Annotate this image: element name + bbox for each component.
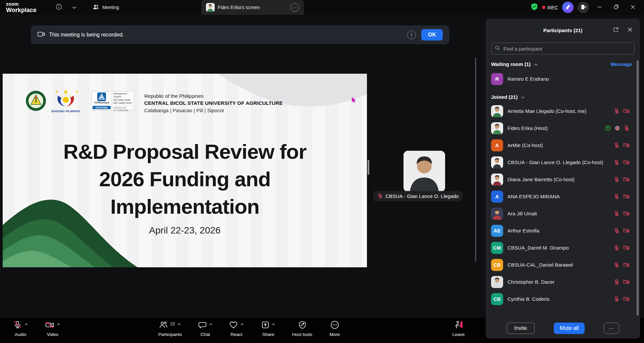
minimize-icon (597, 5, 602, 10)
participant-avatar: A (491, 191, 503, 203)
waiting-room-header[interactable]: Waiting room (1) Message (491, 61, 635, 67)
close-icon (631, 5, 635, 10)
search-input[interactable] (503, 46, 631, 52)
more-button[interactable]: More (322, 318, 347, 343)
chat-options-chevron[interactable] (209, 322, 213, 327)
video-off-icon (623, 210, 630, 217)
participant-avatar (491, 122, 503, 134)
minimize-button[interactable] (593, 2, 606, 13)
mic-off-icon (613, 176, 620, 183)
participant-row[interactable]: Ara Jill Umali (486, 205, 640, 222)
shield-icon (299, 321, 306, 330)
university-name: CENTRAL BICOL STATE UNIVERSITY OF AGRICU… (144, 100, 283, 106)
side-panel-icon (580, 4, 586, 11)
more-label: More (330, 332, 340, 337)
participant-status-icons (613, 210, 630, 217)
share-options-chevron[interactable] (272, 322, 275, 327)
participant-row[interactable]: CB Cynthia B. Coderis (486, 290, 640, 307)
slide-date: April 22-23, 2026 (23, 225, 347, 236)
more-options-button[interactable]: ... (604, 323, 619, 334)
share-button[interactable]: Share (255, 318, 282, 343)
mic-muted-icon (13, 320, 22, 330)
participant-avatar (491, 276, 503, 288)
audio-button[interactable]: Audio (5, 318, 36, 343)
message-waiting-room-link[interactable]: Message (611, 61, 632, 67)
participant-row[interactable]: A ANA ESPEJO MIRANA (486, 188, 640, 205)
host-tools-button[interactable]: Host tools (287, 318, 318, 343)
participant-row[interactable]: R Ramiro E Endrano (486, 70, 640, 87)
close-panel-button[interactable] (626, 27, 635, 33)
search-icon (495, 45, 500, 52)
mute-all-button[interactable]: Mute all (554, 323, 585, 334)
meeting-info-button[interactable] (54, 2, 64, 12)
close-icon (628, 27, 633, 33)
mic-off-icon (613, 193, 620, 200)
audio-options-chevron[interactable] (24, 322, 28, 327)
participants-options-chevron[interactable] (177, 322, 181, 327)
close-window-button[interactable] (627, 2, 639, 13)
participant-name: CBSUA_Darrel M. Ocampo (507, 245, 609, 251)
rec-dot-icon (542, 6, 545, 9)
react-options-chevron[interactable] (240, 322, 244, 327)
mic-off-icon (613, 159, 620, 165)
logo-workplace: Workplace (6, 7, 37, 13)
video-off-icon (623, 227, 630, 234)
participant-avatar (491, 156, 503, 168)
participant-row[interactable]: Diana Jane Barretto (Co-host) (486, 171, 640, 188)
participant-row[interactable]: CB CBSUA-CAL_Daniel Barawel (486, 256, 640, 273)
mic-off-icon (613, 227, 620, 234)
participants-count: 22 (170, 321, 175, 326)
participant-status-icons (613, 176, 630, 183)
recording-indicator: REC (542, 5, 558, 10)
bagong-pilipinas-logo: BAGONG PILIPINAS (49, 89, 83, 113)
info-icon: i (411, 32, 412, 38)
video-options-chevron[interactable] (57, 322, 60, 327)
participant-name: CBSUA-CAL_Daniel Barawel (507, 262, 609, 268)
participant-name: Christopher B. Dacer (507, 279, 609, 285)
participant-row[interactable]: Christopher B. Dacer (486, 273, 640, 290)
participant-row[interactable]: Fides Erika (Host) (486, 120, 640, 137)
banner-info-button[interactable]: i (407, 30, 416, 39)
video-off-icon (623, 159, 630, 166)
recording-icon (614, 125, 621, 131)
participant-row[interactable]: CBSUA - Gian Lance O. Llegado (Co-host) (486, 154, 640, 171)
mic-off-icon (613, 296, 620, 302)
chat-button[interactable]: Chat (192, 318, 218, 343)
gallery-scrollbar[interactable] (475, 58, 476, 262)
slide-header: BAGONG PILIPINAS TÜVRheinland CERTIFIED … (3, 89, 367, 119)
invite-button[interactable]: Invite (506, 323, 535, 334)
react-button[interactable]: React (223, 318, 250, 343)
banner-ok-button[interactable]: OK (421, 29, 443, 41)
speaker-video-thumbnail[interactable] (404, 151, 445, 192)
university-header-text: Republic of the Philippines CENTRAL BICO… (144, 93, 283, 113)
leave-button[interactable]: Leave (443, 318, 474, 343)
tab-shared-screen[interactable]: Fides Erika's screen ... (201, 0, 304, 15)
participant-row[interactable]: A ArMie (Co-host) (486, 137, 640, 154)
participant-status-icons (613, 244, 630, 251)
ai-companion-button[interactable] (562, 2, 574, 13)
campuses-line: Calabanga | Pasacao | Pili | Sipocot (144, 108, 283, 113)
video-button[interactable]: Video (38, 318, 68, 343)
participant-name: Arthur Estrella (507, 228, 609, 233)
participants-scrollbar[interactable] (637, 60, 639, 316)
titlebar-dropdown-button[interactable] (69, 2, 79, 12)
panel-resize-handle[interactable] (368, 160, 369, 175)
side-panel-toggle-button[interactable] (578, 2, 589, 13)
joined-header[interactable]: Joined (21) (491, 94, 635, 100)
video-off-icon (623, 193, 630, 200)
tuv-brand-text: TÜVRheinland (94, 101, 109, 104)
tab-meeting[interactable]: Meeting (88, 0, 124, 15)
tuv-iso1: ISO 9001:2015 (113, 98, 132, 101)
host-tools-label: Host tools (292, 332, 312, 337)
tab-options-button[interactable]: ... (290, 3, 299, 12)
participant-avatar: CB (491, 293, 503, 305)
cbsua-seal-logo (25, 90, 46, 113)
chevron-down-icon (534, 61, 538, 67)
zoom-meeting-window: zoom Workplace Meeting Fides Erika's scr… (0, 0, 644, 343)
restore-button[interactable] (610, 2, 623, 13)
participants-button[interactable]: 22 Participants (153, 318, 187, 343)
participant-row[interactable]: Arrietta Mae Llegado (Co-host, me) (486, 102, 640, 120)
participant-row[interactable]: AE Arthur Estrella (486, 222, 640, 239)
participant-row[interactable]: CM CBSUA_Darrel M. Ocampo (486, 239, 640, 256)
popout-panel-button[interactable] (611, 26, 621, 34)
